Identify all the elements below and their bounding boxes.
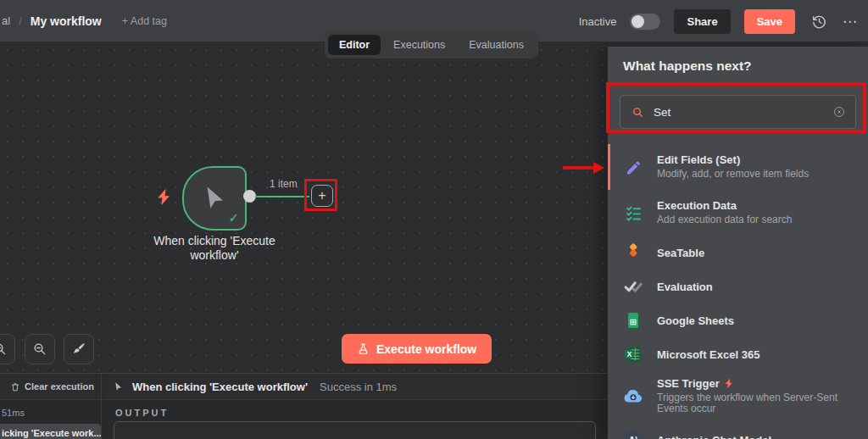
- node-search-input[interactable]: [654, 106, 823, 119]
- add-node-plus-button[interactable]: +: [311, 185, 333, 207]
- node-item-seatable[interactable]: SeaTable: [608, 236, 868, 270]
- selected-execution-item[interactable]: icking 'Execute work...: [0, 424, 101, 439]
- trash-icon: [10, 381, 20, 392]
- cursor-icon-small: [113, 381, 124, 392]
- breadcrumb-separator: /: [19, 14, 22, 27]
- tidy-up-button[interactable]: [64, 334, 94, 364]
- tab-editor[interactable]: Editor: [328, 35, 381, 55]
- zoom-out-icon: [32, 342, 47, 357]
- search-icon: [632, 106, 644, 119]
- what-happens-next-panel: What happens next? Edit Fields (Set)Modi…: [608, 47, 868, 439]
- history-icon: [811, 14, 827, 30]
- zoom-in-icon: [0, 342, 8, 357]
- more-options-button[interactable]: ⋯: [843, 13, 858, 31]
- seatable-icon: [622, 243, 644, 262]
- active-status-label: Inactive: [579, 15, 617, 28]
- log-node-status: Success in 1ms: [320, 381, 397, 393]
- panel-title: What happens next?: [608, 47, 868, 85]
- editor-tab-bar: Editor Executions Evaluations: [325, 31, 538, 58]
- node-item-sse-trigger[interactable]: SSE Trigger Triggers the workflow when S…: [608, 371, 868, 420]
- flask-icon: [357, 342, 370, 356]
- anthropic-icon: A\: [622, 430, 644, 439]
- execution-log-panel: Clear execution 51ms icking 'Execute wor…: [0, 373, 608, 439]
- node-search-box[interactable]: [620, 95, 856, 129]
- connection-items-label: 1 item: [270, 178, 298, 190]
- clear-execution-button[interactable]: Clear execution: [0, 374, 101, 400]
- active-toggle[interactable]: [630, 14, 660, 30]
- clear-search-icon[interactable]: [832, 105, 846, 119]
- node-label: When clicking 'Execute workflow': [138, 234, 291, 263]
- n8n-workflow-editor: ✓ 1 item + When clicking 'Execute workfl…: [0, 0, 868, 439]
- toggle-knob: [632, 15, 644, 28]
- svg-text:X: X: [627, 351, 632, 358]
- zoom-out-button[interactable]: [25, 334, 55, 364]
- log-sidebar: Clear execution 51ms icking 'Execute wor…: [0, 374, 102, 439]
- node-suggestion-list: Edit Fields (Set)Modify, add, or remove …: [608, 144, 868, 439]
- trigger-bolt-badge-icon: [725, 378, 733, 389]
- node-item-edit-fields-set[interactable]: Edit Fields (Set)Modify, add, or remove …: [608, 144, 868, 190]
- execution-duration: 51ms: [0, 400, 101, 418]
- log-node-title: When clicking 'Execute workflow': [132, 381, 308, 393]
- output-label: OUTPUT: [103, 400, 608, 418]
- pencil-icon: [622, 158, 644, 176]
- double-check-icon: [622, 279, 644, 294]
- cursor-icon: [200, 184, 229, 213]
- tab-executions[interactable]: Executions: [382, 35, 456, 55]
- google-sheets-icon: [622, 311, 644, 330]
- trigger-bolt-icon: [157, 188, 171, 206]
- tab-evaluations[interactable]: Evaluations: [458, 35, 535, 55]
- trigger-node-when-clicking-execute-workflow[interactable]: ✓: [182, 166, 247, 231]
- share-button[interactable]: Share: [674, 9, 730, 34]
- cloud-download-icon: [622, 387, 644, 404]
- node-item-microsoft-excel-365[interactable]: X Microsoft Excel 365: [608, 337, 868, 371]
- node-item-anthropic-chat-model[interactable]: A\ Anthropic Chat Model: [608, 420, 868, 439]
- breadcrumb[interactable]: al: [2, 14, 10, 27]
- add-tag-button[interactable]: + Add tag: [122, 15, 167, 27]
- node-item-evaluation[interactable]: Evaluation: [608, 270, 868, 303]
- log-detail-header[interactable]: When clicking 'Execute workflow' Success…: [103, 374, 608, 400]
- execute-workflow-button[interactable]: Execute workflow: [342, 334, 492, 364]
- node-success-check-icon: ✓: [228, 210, 239, 225]
- node-output-handle[interactable]: [243, 190, 256, 203]
- workflow-history-button[interactable]: [809, 11, 829, 31]
- paintbrush-icon: [71, 342, 86, 357]
- zoom-in-button[interactable]: [0, 334, 15, 364]
- checklist-icon: [622, 204, 644, 222]
- svg-text:A\: A\: [629, 435, 638, 439]
- output-table-frame: [114, 421, 596, 439]
- excel-icon: X: [622, 345, 644, 364]
- node-item-google-sheets[interactable]: Google Sheets: [608, 303, 868, 337]
- node-item-execution-data[interactable]: Execution DataAdd execution data for sea…: [608, 190, 868, 236]
- connection-line: [255, 196, 309, 197]
- log-detail: When clicking 'Execute workflow' Success…: [103, 374, 608, 439]
- save-button[interactable]: Save: [744, 9, 795, 34]
- workflow-title[interactable]: My workflow: [31, 14, 102, 28]
